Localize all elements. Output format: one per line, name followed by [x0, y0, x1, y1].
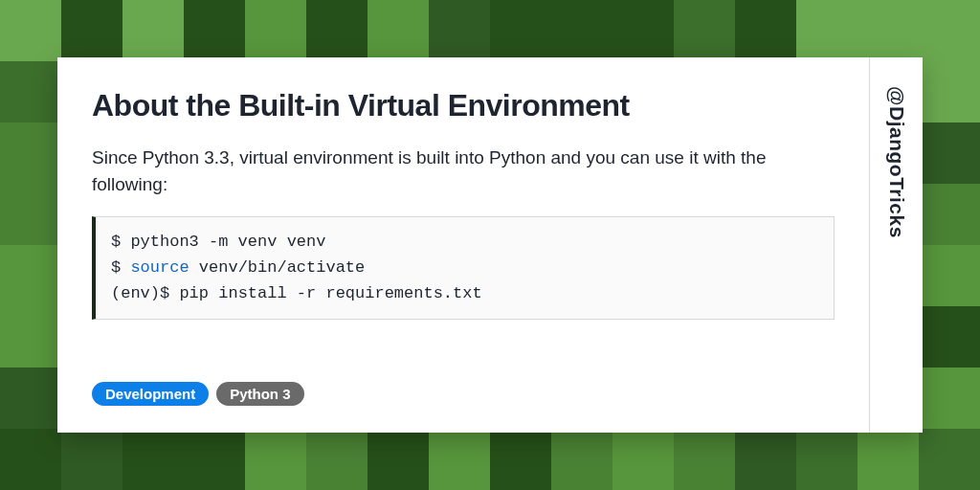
card-sidebar: @DjangoTricks [869, 57, 923, 433]
author-handle[interactable]: @DjangoTricks [885, 86, 908, 238]
card-title: About the Built-in Virtual Environment [92, 88, 835, 123]
tag-python3[interactable]: Python 3 [216, 382, 303, 406]
code-line-3: (env)$ pip install -r requirements.txt [111, 284, 482, 302]
card-main: About the Built-in Virtual Environment S… [57, 57, 869, 433]
code-line-1: $ python3 -m venv venv [111, 233, 325, 251]
code-line-2: $ source venv/bin/activate [111, 258, 365, 277]
card-description: Since Python 3.3, virtual environment is… [92, 145, 835, 197]
content-card: About the Built-in Virtual Environment S… [57, 57, 923, 433]
tag-development[interactable]: Development [92, 382, 209, 406]
tag-row: Development Python 3 [92, 382, 835, 406]
code-block: $ python3 -m venv venv $ source venv/bin… [92, 216, 835, 320]
